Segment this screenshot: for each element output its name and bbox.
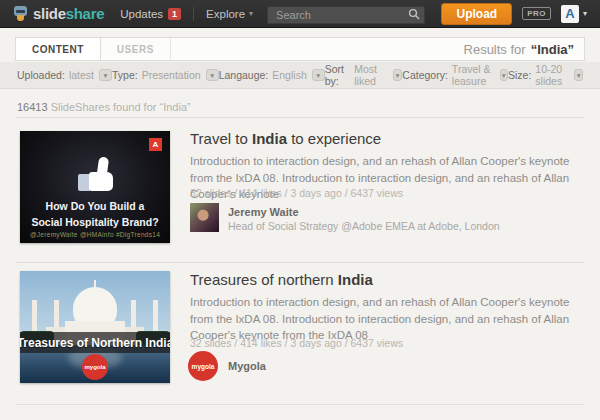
results-tabstrip: CONTENT USERS Results for “India” xyxy=(15,37,585,61)
updates-link[interactable]: Updates 1 xyxy=(120,8,181,20)
filter-type[interactable]: Type: Presentation ▼ xyxy=(112,69,219,81)
results-count: 16413 SlideShares found for “India” xyxy=(17,101,191,113)
result-row-treasures-of-northern-india: Treasures of Northern India mygola Treas… xyxy=(15,264,585,404)
search-box xyxy=(267,5,425,23)
search-icon[interactable] xyxy=(408,8,420,20)
filter-sortby[interactable]: Sort by: Most liked ▼ xyxy=(325,63,403,87)
result-meta-stats: 32 slides / 414 likes / 3 days ago / 643… xyxy=(190,337,403,349)
chevron-down-icon: ▾ xyxy=(249,9,253,18)
updates-count-badge: 1 xyxy=(168,8,181,20)
result-row-travel-to-india: A How Do You Build a Social Hospitality … xyxy=(15,124,585,262)
explore-menu[interactable]: Explore ▾ xyxy=(206,8,253,20)
pro-badge: PRO xyxy=(522,7,551,20)
user-menu-caret-icon: ▾ xyxy=(583,9,587,18)
thumbnail-handles: @JeremyWaite @HMAinfo #DigTrends14 xyxy=(20,231,170,238)
adobe-logo-icon: A xyxy=(149,138,162,151)
filter-type-caret-icon[interactable]: ▼ xyxy=(206,69,219,81)
filter-size-caret-icon[interactable]: ▼ xyxy=(574,69,583,81)
author-avatar[interactable]: mygola xyxy=(188,351,218,381)
author-avatar[interactable] xyxy=(190,203,219,232)
divider xyxy=(15,262,585,263)
search-query-text: “India” xyxy=(531,42,574,57)
result-thumbnail[interactable]: A How Do You Build a Social Hospitality … xyxy=(20,131,170,243)
result-title-link[interactable]: Travel to India to experience xyxy=(190,130,381,147)
filter-size[interactable]: Size: 10-20 slides ▼ xyxy=(508,63,583,87)
slideshare-logo-icon xyxy=(13,6,28,21)
divider xyxy=(15,117,585,118)
tab-users[interactable]: USERS xyxy=(101,38,171,60)
upload-button[interactable]: Upload xyxy=(441,3,512,25)
filter-category[interactable]: Category: Travel & leasure ▼ xyxy=(402,63,508,87)
slideshare-logo[interactable]: slideshare xyxy=(13,5,104,22)
mygola-logo-icon: mygola xyxy=(82,354,108,380)
top-navbar: slideshare Updates 1 Explore ▾ Upload PR… xyxy=(0,0,600,28)
results-for-label: Results for “India” xyxy=(464,38,584,60)
author-name-link[interactable]: Mygola xyxy=(228,360,266,372)
user-avatar: A xyxy=(561,5,579,23)
filter-uploaded-caret-icon[interactable]: ▼ xyxy=(99,69,112,81)
user-menu[interactable]: A ▾ xyxy=(561,5,587,23)
filter-uploaded[interactable]: Uploaded: latest ▼ xyxy=(17,69,112,81)
thumbnail-caption-band: Treasures of Northern India xyxy=(20,332,170,353)
search-input[interactable] xyxy=(267,6,425,24)
divider xyxy=(15,404,585,405)
result-thumbnail[interactable]: Treasures of Northern India mygola xyxy=(20,271,170,383)
filter-category-caret-icon[interactable]: ▼ xyxy=(500,69,508,81)
filter-sortby-caret-icon[interactable]: ▼ xyxy=(393,69,403,81)
author-subtitle: Head of Social Strategy @Adobe EMEA at A… xyxy=(228,220,500,232)
filter-language[interactable]: Langauge: English ▼ xyxy=(219,69,325,81)
result-meta-stats: 32 slides / 414 likes / 3 days ago / 643… xyxy=(190,187,403,199)
filter-language-caret-icon[interactable]: ▼ xyxy=(312,69,325,81)
result-title-link[interactable]: Treasures of northern India xyxy=(190,271,373,288)
filter-bar: Uploaded: latest ▼ Type: Presentation ▼ … xyxy=(0,62,600,89)
tab-content[interactable]: CONTENT xyxy=(16,38,101,60)
author-name-link[interactable]: Jeremy Waite xyxy=(228,206,299,218)
thumbs-up-icon xyxy=(78,157,116,191)
header-divider xyxy=(193,7,194,21)
thumbnail-slide-title: How Do You Build a Social Hospitality Br… xyxy=(20,199,170,231)
slideshare-logo-text: slideshare xyxy=(33,5,104,22)
